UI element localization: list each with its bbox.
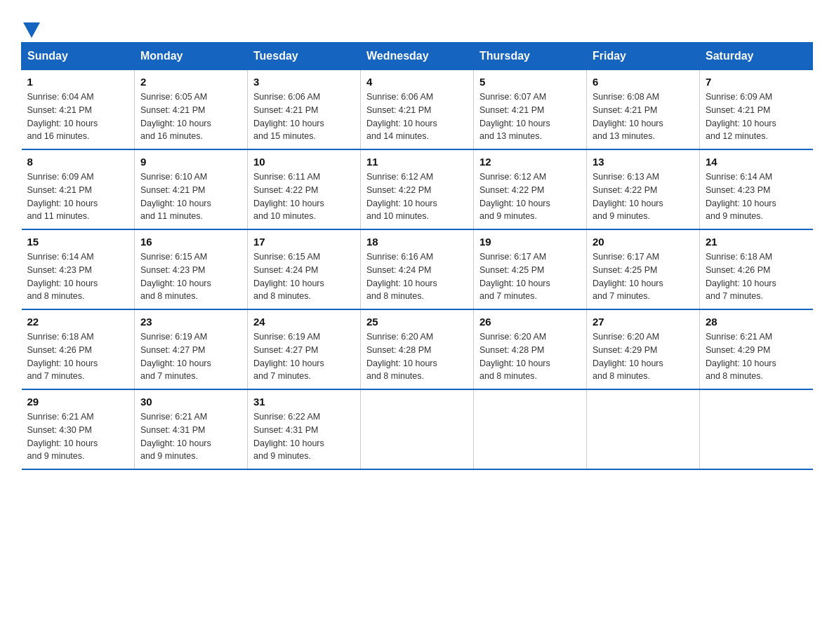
day-info: Sunrise: 6:21 AMSunset: 4:31 PMDaylight:… xyxy=(140,412,211,461)
day-number: 7 xyxy=(706,76,807,88)
week-row-4: 22 Sunrise: 6:18 AMSunset: 4:26 PMDaylig… xyxy=(22,309,813,389)
day-cell: 23 Sunrise: 6:19 AMSunset: 4:27 PMDaylig… xyxy=(135,309,248,389)
day-info: Sunrise: 6:10 AMSunset: 4:21 PMDaylight:… xyxy=(140,172,211,221)
day-cell: 28 Sunrise: 6:21 AMSunset: 4:29 PMDaylig… xyxy=(700,309,813,389)
week-row-5: 29 Sunrise: 6:21 AMSunset: 4:30 PMDaylig… xyxy=(22,389,813,469)
day-cell: 5 Sunrise: 6:07 AMSunset: 4:21 PMDayligh… xyxy=(474,70,587,150)
day-cell: 12 Sunrise: 6:12 AMSunset: 4:22 PMDaylig… xyxy=(474,149,587,229)
day-info: Sunrise: 6:14 AMSunset: 4:23 PMDaylight:… xyxy=(706,172,776,221)
day-number: 15 xyxy=(27,236,129,248)
day-info: Sunrise: 6:04 AMSunset: 4:21 PMDaylight:… xyxy=(27,92,98,141)
day-number: 6 xyxy=(593,76,694,88)
day-info: Sunrise: 6:12 AMSunset: 4:22 PMDaylight:… xyxy=(366,172,437,221)
day-cell: 18 Sunrise: 6:16 AMSunset: 4:24 PMDaylig… xyxy=(361,229,474,309)
day-number: 18 xyxy=(366,236,468,248)
logo-triangle-icon xyxy=(23,22,40,38)
calendar-header-row: SundayMondayTuesdayWednesdayThursdayFrid… xyxy=(22,43,813,70)
page-header xyxy=(21,14,813,35)
day-number: 12 xyxy=(479,156,581,168)
day-info: Sunrise: 6:07 AMSunset: 4:21 PMDaylight:… xyxy=(479,92,550,141)
day-info: Sunrise: 6:19 AMSunset: 4:27 PMDaylight:… xyxy=(253,332,324,381)
day-info: Sunrise: 6:06 AMSunset: 4:21 PMDaylight:… xyxy=(253,92,324,141)
day-cell: 10 Sunrise: 6:11 AMSunset: 4:22 PMDaylig… xyxy=(248,149,361,229)
day-number: 30 xyxy=(140,396,241,408)
day-info: Sunrise: 6:21 AMSunset: 4:29 PMDaylight:… xyxy=(706,332,776,381)
day-info: Sunrise: 6:11 AMSunset: 4:22 PMDaylight:… xyxy=(253,172,324,221)
day-cell xyxy=(700,389,813,469)
col-header-wednesday: Wednesday xyxy=(361,43,474,70)
day-number: 31 xyxy=(253,396,355,408)
day-cell: 31 Sunrise: 6:22 AMSunset: 4:31 PMDaylig… xyxy=(248,389,361,469)
day-number: 19 xyxy=(479,236,581,248)
day-cell: 17 Sunrise: 6:15 AMSunset: 4:24 PMDaylig… xyxy=(248,229,361,309)
day-info: Sunrise: 6:15 AMSunset: 4:24 PMDaylight:… xyxy=(253,252,324,301)
day-info: Sunrise: 6:17 AMSunset: 4:25 PMDaylight:… xyxy=(593,252,663,301)
day-cell: 8 Sunrise: 6:09 AMSunset: 4:21 PMDayligh… xyxy=(22,149,135,229)
day-info: Sunrise: 6:18 AMSunset: 4:26 PMDaylight:… xyxy=(27,332,98,381)
col-header-thursday: Thursday xyxy=(474,43,587,70)
day-number: 4 xyxy=(366,76,468,88)
day-cell xyxy=(474,389,587,469)
col-header-friday: Friday xyxy=(587,43,700,70)
day-number: 25 xyxy=(366,316,468,328)
day-info: Sunrise: 6:17 AMSunset: 4:25 PMDaylight:… xyxy=(479,252,550,301)
day-number: 28 xyxy=(706,316,807,328)
day-info: Sunrise: 6:21 AMSunset: 4:30 PMDaylight:… xyxy=(27,412,98,461)
day-number: 26 xyxy=(479,316,581,328)
day-number: 14 xyxy=(706,156,807,168)
day-info: Sunrise: 6:06 AMSunset: 4:21 PMDaylight:… xyxy=(366,92,437,141)
day-cell: 25 Sunrise: 6:20 AMSunset: 4:28 PMDaylig… xyxy=(361,309,474,389)
day-cell: 29 Sunrise: 6:21 AMSunset: 4:30 PMDaylig… xyxy=(22,389,135,469)
day-cell: 19 Sunrise: 6:17 AMSunset: 4:25 PMDaylig… xyxy=(474,229,587,309)
day-info: Sunrise: 6:09 AMSunset: 4:21 PMDaylight:… xyxy=(27,172,98,221)
day-cell: 27 Sunrise: 6:20 AMSunset: 4:29 PMDaylig… xyxy=(587,309,700,389)
day-cell: 15 Sunrise: 6:14 AMSunset: 4:23 PMDaylig… xyxy=(22,229,135,309)
day-info: Sunrise: 6:20 AMSunset: 4:29 PMDaylight:… xyxy=(593,332,663,381)
day-number: 5 xyxy=(479,76,581,88)
col-header-sunday: Sunday xyxy=(22,43,135,70)
day-number: 21 xyxy=(706,236,807,248)
day-number: 8 xyxy=(27,156,129,168)
day-cell: 13 Sunrise: 6:13 AMSunset: 4:22 PMDaylig… xyxy=(587,149,700,229)
day-cell: 24 Sunrise: 6:19 AMSunset: 4:27 PMDaylig… xyxy=(248,309,361,389)
day-cell xyxy=(361,389,474,469)
day-number: 23 xyxy=(140,316,241,328)
day-info: Sunrise: 6:20 AMSunset: 4:28 PMDaylight:… xyxy=(479,332,550,381)
day-number: 3 xyxy=(253,76,355,88)
day-cell: 1 Sunrise: 6:04 AMSunset: 4:21 PMDayligh… xyxy=(22,70,135,150)
day-info: Sunrise: 6:09 AMSunset: 4:21 PMDaylight:… xyxy=(706,92,776,141)
logo xyxy=(21,20,40,35)
day-cell: 7 Sunrise: 6:09 AMSunset: 4:21 PMDayligh… xyxy=(700,70,813,150)
day-cell: 30 Sunrise: 6:21 AMSunset: 4:31 PMDaylig… xyxy=(135,389,248,469)
day-number: 20 xyxy=(593,236,694,248)
col-header-saturday: Saturday xyxy=(700,43,813,70)
day-info: Sunrise: 6:12 AMSunset: 4:22 PMDaylight:… xyxy=(479,172,550,221)
col-header-tuesday: Tuesday xyxy=(248,43,361,70)
day-number: 29 xyxy=(27,396,129,408)
day-number: 22 xyxy=(27,316,129,328)
day-cell: 14 Sunrise: 6:14 AMSunset: 4:23 PMDaylig… xyxy=(700,149,813,229)
week-row-2: 8 Sunrise: 6:09 AMSunset: 4:21 PMDayligh… xyxy=(22,149,813,229)
day-cell: 26 Sunrise: 6:20 AMSunset: 4:28 PMDaylig… xyxy=(474,309,587,389)
day-info: Sunrise: 6:18 AMSunset: 4:26 PMDaylight:… xyxy=(706,252,776,301)
day-info: Sunrise: 6:16 AMSunset: 4:24 PMDaylight:… xyxy=(366,252,437,301)
day-cell: 6 Sunrise: 6:08 AMSunset: 4:21 PMDayligh… xyxy=(587,70,700,150)
day-number: 11 xyxy=(366,156,468,168)
day-cell: 3 Sunrise: 6:06 AMSunset: 4:21 PMDayligh… xyxy=(248,70,361,150)
day-number: 1 xyxy=(27,76,129,88)
day-cell: 4 Sunrise: 6:06 AMSunset: 4:21 PMDayligh… xyxy=(361,70,474,150)
day-info: Sunrise: 6:13 AMSunset: 4:22 PMDaylight:… xyxy=(593,172,663,221)
day-cell: 9 Sunrise: 6:10 AMSunset: 4:21 PMDayligh… xyxy=(135,149,248,229)
day-cell xyxy=(587,389,700,469)
day-number: 27 xyxy=(593,316,694,328)
day-info: Sunrise: 6:22 AMSunset: 4:31 PMDaylight:… xyxy=(253,412,324,461)
day-cell: 2 Sunrise: 6:05 AMSunset: 4:21 PMDayligh… xyxy=(135,70,248,150)
week-row-1: 1 Sunrise: 6:04 AMSunset: 4:21 PMDayligh… xyxy=(22,70,813,150)
day-number: 13 xyxy=(593,156,694,168)
day-cell: 16 Sunrise: 6:15 AMSunset: 4:23 PMDaylig… xyxy=(135,229,248,309)
day-cell: 20 Sunrise: 6:17 AMSunset: 4:25 PMDaylig… xyxy=(587,229,700,309)
day-info: Sunrise: 6:08 AMSunset: 4:21 PMDaylight:… xyxy=(593,92,663,141)
day-info: Sunrise: 6:14 AMSunset: 4:23 PMDaylight:… xyxy=(27,252,98,301)
calendar-table: SundayMondayTuesdayWednesdayThursdayFrid… xyxy=(21,42,813,470)
day-info: Sunrise: 6:19 AMSunset: 4:27 PMDaylight:… xyxy=(140,332,211,381)
